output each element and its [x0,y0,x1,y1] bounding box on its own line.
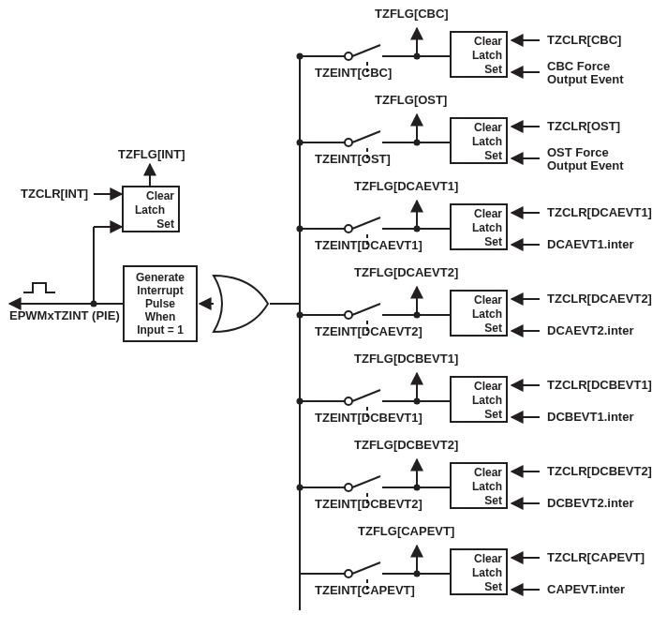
latch-box-cbc: Clear Latch Set [450,31,508,78]
or-gate-icon [214,276,268,332]
svg-point-31 [345,225,352,232]
flag-label-cbc: TZFLG[CBC] [375,7,449,21]
pulse-l1: Generate [136,271,185,284]
svg-line-12 [352,45,380,56]
svg-point-51 [345,397,352,405]
latch-box-capevt: Clear Latch Set [450,548,508,595]
svg-point-41 [345,311,352,319]
clear-in-dcaevt1: TZCLR[DCAEVT1] [547,206,652,219]
set-in-cbc: CBC Force Output Event [547,60,624,86]
flag-label-dcaevt2: TZFLG[DCAEVT2] [354,266,458,279]
clear-in-ost: TZCLR[OST] [547,120,620,133]
clear-in-dcbevt2: TZCLR[DCBEVT2] [547,465,652,478]
svg-point-70 [345,570,352,577]
pulse-l5: Input = 1 [137,323,184,337]
flag-label-dcbevt2: TZFLG[DCBEVT2] [354,439,458,452]
set-in-dcbevt1: DCBEVT1.inter [547,411,633,424]
enable-label-dcaevt1: TZEINT[DCAEVT1] [315,239,422,252]
int-flag-label: TZFLG[INT] [118,148,185,161]
svg-point-11 [345,52,352,60]
latch-box-dcaevt1: Clear Latch Set [450,203,508,250]
latch-box-ost: Clear Latch Set [450,117,508,164]
enable-label-cbc: TZEINT[CBC] [315,67,392,80]
enable-label-dcaevt2: TZEINT[DCAEVT2] [315,325,422,338]
set-in-capevt: CAPEVT.inter [547,583,625,596]
output-signal-label: EPWMxTZINT (PIE) [9,309,120,322]
set-in-dcaevt1: DCAEVT1.inter [547,238,633,251]
int-latch-set: Set [126,217,174,232]
svg-line-42 [352,304,380,315]
svg-line-71 [352,562,380,574]
clear-in-dcaevt2: TZCLR[DCAEVT2] [547,292,652,306]
clear-in-dcbevt1: TZCLR[DCBEVT1] [547,379,652,392]
svg-line-32 [352,217,380,229]
set-in-dcbevt2: DCBEVT2.inter [547,497,633,510]
latch-box-dcbevt1: Clear Latch Set [450,376,508,423]
svg-line-62 [352,476,380,487]
flag-label-dcaevt1: TZFLG[DCAEVT1] [354,180,458,193]
pulse-generator-box: Generate Interrupt Pulse When Input = 1 [123,265,198,342]
pulse-l3: Pulse [145,297,175,310]
svg-point-61 [345,484,352,491]
svg-point-8 [91,301,97,307]
set-in-ost: OST Force Output Event [547,146,624,172]
clear-in-capevt: TZCLR[CAPEVT] [547,551,645,564]
svg-point-21 [345,139,352,146]
enable-label-capevt: TZEINT[CAPEVT] [315,584,415,597]
int-clear-input-label: TZCLR[INT] [21,187,88,201]
enable-label-ost: TZEINT[OST] [315,153,391,166]
set-in-dcaevt2: DCAEVT2.inter [547,324,633,337]
pulse-l2: Interrupt [137,284,183,297]
svg-line-52 [352,390,380,401]
flag-label-ost: TZFLG[OST] [375,94,447,107]
enable-label-dcbevt2: TZEINT[DCBEVT2] [315,498,422,511]
enable-label-dcbevt1: TZEINT[DCBEVT1] [315,412,422,425]
int-latch-box: Clear Latch Set [122,186,180,232]
latch-box-dcbevt2: Clear Latch Set [450,462,508,509]
svg-line-22 [352,131,380,142]
flag-label-capevt: TZFLG[CAPEVT] [358,525,454,538]
flag-label-dcbevt1: TZFLG[DCBEVT1] [354,352,458,366]
clear-in-cbc: TZCLR[CBC] [547,34,621,47]
pulse-l4: When [145,310,176,323]
latch-box-dcaevt2: Clear Latch Set [450,290,508,337]
int-latch-mid: Latch [126,203,174,217]
int-latch-clear: Clear [126,189,174,203]
